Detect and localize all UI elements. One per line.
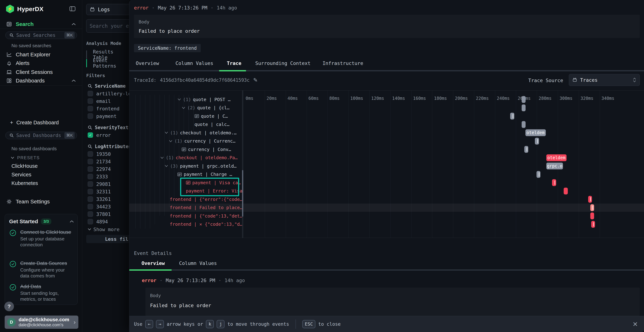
event-search-input[interactable]: Search your ev	[86, 19, 129, 32]
trace-span-row[interactable]: quote | C…	[194, 112, 228, 120]
trace-span-row[interactable]: frontend | {"error":{"code…	[168, 195, 242, 204]
preset-services[interactable]: Services	[12, 172, 31, 178]
sidebar-item-alerts[interactable]: Alerts	[6, 59, 76, 67]
span-duration-bar[interactable]	[522, 104, 526, 111]
tab-surrounding-context[interactable]: Surrounding Context	[255, 60, 310, 66]
checkbox[interactable]	[88, 151, 93, 157]
span-duration-bar[interactable]	[522, 121, 526, 128]
filter-option[interactable]: 21734	[88, 158, 129, 165]
trace-span-row[interactable]: (1)checkout | oteldemo.Pa…	[160, 154, 238, 162]
tab-ed-column-values[interactable]: Column Values	[179, 260, 217, 266]
filter-option[interactable]: 4894	[88, 218, 129, 226]
sidebar-item-client-sessions[interactable]: Client Sessions	[6, 68, 76, 76]
tab-trace[interactable]: Trace	[227, 60, 241, 66]
span-duration-bar[interactable]: oteldem	[546, 154, 566, 161]
preset-clickhouse[interactable]: ClickHouse	[12, 163, 38, 169]
presets-toggle[interactable]: PRESETS	[11, 155, 40, 160]
span-duration-bar[interactable]: oteldem	[526, 129, 546, 136]
mode-event-patterns[interactable]: Event Patterns	[86, 59, 129, 67]
trace-span-row[interactable]: quote | calc…	[194, 120, 230, 128]
create-dashboard-button[interactable]: + Create Dashboard	[10, 118, 78, 127]
span-duration-bar[interactable]	[590, 212, 594, 219]
filter-option[interactable]: 37801	[88, 210, 129, 218]
filter-option[interactable]: 29081	[88, 180, 129, 188]
checkbox[interactable]	[88, 91, 93, 96]
checkbox[interactable]	[88, 189, 93, 194]
trace-id-label: TraceId:	[134, 78, 156, 83]
trace-span-row[interactable]: (2)quote | {cl…	[182, 104, 230, 112]
sidebar-item-chart-explorer[interactable]: Chart Explorer	[6, 50, 76, 59]
sidebar-item-search[interactable]: Search	[6, 20, 76, 28]
get-started-item[interactable]: Connect to ClickHouse Set up your databa…	[9, 229, 74, 248]
filter-option[interactable]: 2333	[88, 173, 129, 180]
checkbox[interactable]	[88, 114, 93, 119]
checkbox[interactable]	[88, 182, 93, 187]
filter-option[interactable]: 33261	[88, 195, 129, 203]
less-filters-button[interactable]: Less fil	[86, 235, 129, 243]
scrollbar-thumb[interactable]	[242, 170, 243, 216]
collapse-sidebar-icon[interactable]	[70, 6, 76, 12]
get-started-item[interactable]: Add Data Start sending logs, metrics, or…	[9, 284, 74, 302]
span-duration-bar[interactable]	[510, 113, 514, 120]
tab-column-values[interactable]: Column Values	[176, 60, 213, 66]
source-select-button[interactable]: Logs	[86, 4, 129, 15]
trace-span-row[interactable]: (1)quote | POST …	[177, 95, 230, 104]
span-duration-bar[interactable]	[522, 96, 526, 103]
filter-option-label: 4894	[96, 219, 108, 224]
filter-option[interactable]: 22974	[88, 165, 129, 173]
filter-option[interactable]: email	[88, 97, 129, 105]
checkbox[interactable]	[88, 204, 93, 209]
edit-icon[interactable]: ✎	[253, 77, 258, 83]
span-duration-bar[interactable]	[536, 171, 540, 178]
service-name-chip[interactable]: ServiceName: frontend	[134, 44, 201, 52]
trace-span-row[interactable]: currency | Conv…	[182, 145, 231, 154]
get-started-item[interactable]: Create Data Sources Configure where your…	[9, 260, 74, 279]
checkbox-checked[interactable]: ✓	[88, 132, 93, 138]
checkbox[interactable]	[88, 106, 93, 111]
preset-kubernetes[interactable]: Kubernetes	[12, 180, 38, 186]
checkbox[interactable]	[88, 219, 93, 224]
close-icon[interactable]: ✕	[632, 320, 638, 328]
checkbox[interactable]	[88, 166, 93, 172]
trace-span-row[interactable]: (1)checkout | oteldemo.…	[164, 128, 236, 137]
sidebar-item-dashboards[interactable]: Dashboards	[6, 76, 76, 85]
chevron-up-icon[interactable]	[70, 220, 74, 223]
filter-option[interactable]: payment	[88, 112, 129, 120]
trace-span-row[interactable]: frontend | Failed to place…	[168, 204, 242, 212]
checkbox[interactable]	[88, 212, 93, 217]
filter-option[interactable]: frontend	[88, 105, 129, 112]
filter-option[interactable]: 19350	[88, 150, 129, 158]
checkbox[interactable]	[88, 98, 93, 104]
trace-source-select[interactable]: Traces	[569, 74, 640, 86]
span-duration-bar[interactable]	[590, 204, 594, 211]
trace-span-row[interactable]: frontend | {"code":13,"det…	[168, 212, 242, 220]
filter-option[interactable]: ✓error	[88, 131, 129, 139]
span-duration-bar[interactable]	[591, 221, 595, 228]
filter-option[interactable]: artillery-loa	[88, 90, 129, 97]
span-duration-bar[interactable]	[535, 138, 539, 144]
checkbox[interactable]	[88, 196, 93, 202]
checkbox[interactable]	[88, 159, 93, 164]
trace-span-row[interactable]: frontend | ✕ {"code":13,"d…	[168, 220, 242, 228]
help-button[interactable]: ?	[4, 302, 14, 311]
sidebar-item-team-settings[interactable]: Team Settings	[6, 198, 76, 206]
span-duration-bar[interactable]	[552, 179, 556, 186]
span-duration-bar[interactable]	[588, 196, 592, 203]
saved-dashboards-input[interactable]: Saved Dashboards ⌘K	[5, 132, 77, 139]
tab-ed-overview[interactable]: Overview	[142, 260, 165, 266]
checkbox[interactable]	[88, 174, 93, 179]
span-duration-bar[interactable]	[564, 188, 568, 194]
span-duration-bar[interactable]	[524, 146, 528, 153]
filter-option[interactable]: 34423	[88, 203, 129, 210]
trace-span-row[interactable]: (3)payment | grpc.oteld…	[164, 162, 236, 170]
tab-infrastructure[interactable]: Infrastructure	[322, 60, 363, 66]
filter-option-label: 29081	[96, 182, 111, 187]
trace-span-row[interactable]: payment | Charge …	[177, 170, 232, 178]
show-more-button[interactable]: Show more	[88, 226, 129, 233]
filter-option[interactable]: 32311	[88, 188, 129, 195]
user-menu[interactable]: D dale@clickhouse.com dale@clickhouse.co…	[5, 316, 78, 329]
trace-span-row[interactable]: (1)currency | Currenc…	[169, 137, 236, 145]
saved-searches-input[interactable]: Saved Searches ⌘K	[5, 32, 77, 39]
tab-overview[interactable]: Overview	[136, 60, 159, 66]
span-duration-bar[interactable]: grpc.o	[546, 162, 563, 170]
